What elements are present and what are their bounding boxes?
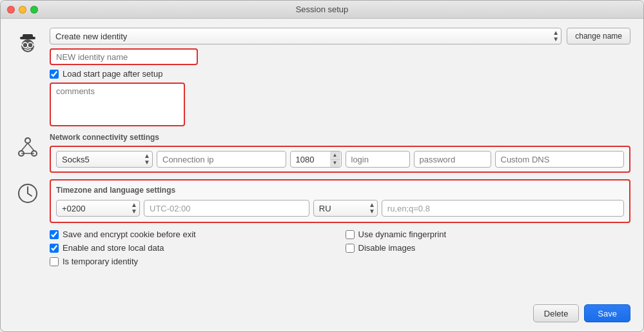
maximize-button[interactable] <box>30 6 38 14</box>
timezone-icon-wrapper <box>14 179 42 208</box>
use-dynamic-fp-row: Use dynamic fingerprint <box>346 229 631 239</box>
use-dynamic-fp-label: Use dynamic fingerprint <box>358 229 447 239</box>
minimize-button[interactable] <box>19 6 26 14</box>
network-fields: Socks5 ▲ ▼ ▲ ▼ <box>50 146 630 173</box>
network-section-label: Network connectivity settings <box>50 133 630 142</box>
svg-rect-1 <box>23 34 33 38</box>
options-section: Save and encrypt cookie before exit Enab… <box>14 229 630 266</box>
svg-line-12 <box>28 143 34 151</box>
options-col-left: Save and encrypt cookie before exit Enab… <box>50 229 335 266</box>
tz-offset-wrapper: +0200 ▲ ▼ <box>56 200 140 217</box>
avatar-icon <box>14 30 42 59</box>
port-increment-button[interactable]: ▲ <box>330 151 340 160</box>
options-col-right: Use dynamic fingerprint Disable images <box>346 229 631 266</box>
save-encrypt-cookie-row: Save and encrypt cookie before exit <box>50 229 335 239</box>
port-wrapper: ▲ ▼ <box>290 151 342 168</box>
is-temporary-row: Is temporary identity <box>50 257 335 266</box>
comments-textarea[interactable] <box>50 83 185 126</box>
connection-ip-input[interactable] <box>157 151 286 168</box>
timezone-section: Timezone and language settings +0200 ▲ ▼ <box>14 179 630 223</box>
bottom-bar: Delete Save <box>1 299 643 331</box>
svg-line-7 <box>33 44 34 45</box>
port-decrement-button[interactable]: ▼ <box>330 160 340 168</box>
svg-line-6 <box>21 44 23 45</box>
load-start-page-checkbox[interactable] <box>50 70 59 79</box>
identity-name-input[interactable] <box>50 48 198 65</box>
title-bar: Session setup <box>1 1 643 19</box>
password-input[interactable] <box>414 151 491 168</box>
identity-section: Create new identity ▲ ▼ change name Load… <box>14 28 630 126</box>
protocol-select-wrapper: Socks5 ▲ ▼ <box>56 151 153 168</box>
save-encrypt-cookie-checkbox[interactable] <box>50 230 59 239</box>
is-temporary-label: Is temporary identity <box>63 257 138 266</box>
accept-lang-input[interactable] <box>382 200 624 217</box>
identity-top-row: Create new identity ▲ ▼ change name <box>50 28 630 44</box>
save-encrypt-cookie-label: Save and encrypt cookie before exit <box>63 229 196 239</box>
window: Session setup <box>0 0 644 332</box>
main-content: Create new identity ▲ ▼ change name Load… <box>1 19 643 299</box>
enable-local-data-checkbox[interactable] <box>50 244 59 253</box>
svg-line-11 <box>21 143 28 151</box>
custom-dns-input[interactable] <box>495 151 625 168</box>
identity-fields: Create new identity ▲ ▼ change name Load… <box>50 28 630 126</box>
tz-name-input[interactable] <box>144 200 309 217</box>
network-section: Network connectivity settings Socks5 ▲ ▼ <box>14 133 630 173</box>
disable-images-label: Disable images <box>358 243 416 253</box>
tz-offset-dropdown[interactable]: +0200 <box>56 200 140 217</box>
timezone-section-label: Timezone and language settings <box>56 186 624 195</box>
delete-button[interactable]: Delete <box>533 304 580 322</box>
disable-images-row: Disable images <box>346 243 631 253</box>
save-button[interactable]: Save <box>584 304 630 322</box>
lang-select-wrapper: RU ▲ ▼ <box>313 200 378 217</box>
disable-images-checkbox[interactable] <box>346 244 355 253</box>
window-controls <box>7 6 38 14</box>
identity-dropdown[interactable]: Create new identity <box>50 28 561 44</box>
lang-dropdown[interactable]: RU <box>313 200 378 217</box>
network-content: Network connectivity settings Socks5 ▲ ▼ <box>50 133 630 173</box>
close-button[interactable] <box>7 6 15 14</box>
port-spinners: ▲ ▼ <box>330 151 340 167</box>
enable-local-data-label: Enable and store local data <box>63 243 164 253</box>
timezone-content: Timezone and language settings +0200 ▲ ▼ <box>50 179 630 223</box>
change-name-button[interactable]: change name <box>567 28 630 44</box>
identity-select-wrapper: Create new identity ▲ ▼ <box>50 28 561 44</box>
is-temporary-checkbox[interactable] <box>50 257 59 266</box>
svg-point-8 <box>25 138 30 143</box>
load-start-page-row: Load start page after setup <box>50 69 630 79</box>
timezone-fields: +0200 ▲ ▼ RU ▲ ▼ <box>56 200 624 217</box>
load-start-page-label: Load start page after setup <box>63 69 162 79</box>
enable-local-data-row: Enable and store local data <box>50 243 335 253</box>
network-icon-wrapper <box>14 133 42 161</box>
window-title: Session setup <box>296 5 349 14</box>
login-input[interactable] <box>346 151 410 168</box>
protocol-dropdown[interactable]: Socks5 <box>56 151 153 168</box>
use-dynamic-fp-checkbox[interactable] <box>346 230 355 239</box>
